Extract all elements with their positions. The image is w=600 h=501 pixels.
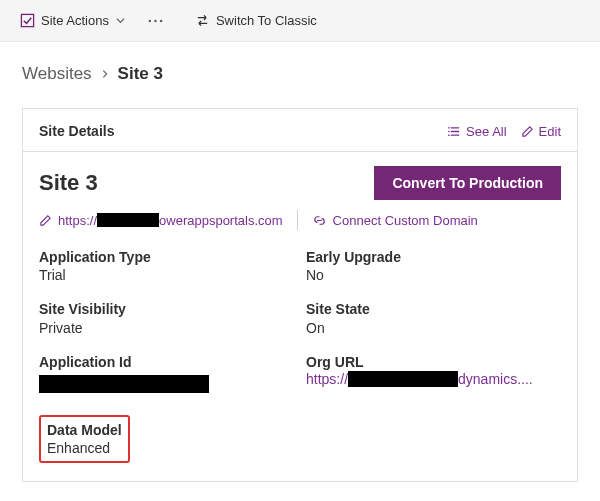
svg-rect-0 (21, 14, 33, 26)
field-value: Enhanced (47, 439, 122, 457)
site-url-prefix: https:// (58, 213, 97, 228)
pencil-icon (521, 125, 534, 138)
field-label: Application Type (39, 248, 294, 266)
site-url-value: https://owerappsportals.com (58, 213, 283, 228)
org-url-prefix: https:// (306, 371, 348, 387)
topbar: Site Actions Switch To Classic (0, 0, 600, 42)
edit-label: Edit (539, 124, 561, 139)
checkbox-checked-icon (20, 13, 35, 28)
field-label: Data Model (47, 421, 122, 439)
connect-custom-domain-label: Connect Custom Domain (333, 213, 478, 228)
site-actions-menu[interactable]: Site Actions (14, 9, 132, 32)
card-actions: See All Edit (448, 124, 561, 139)
see-all-button[interactable]: See All (448, 124, 506, 139)
redacted-block (97, 213, 159, 227)
more-horizontal-icon (148, 19, 163, 23)
link-icon (312, 213, 327, 228)
svg-point-5 (448, 130, 450, 132)
site-details-card: Site Details See All Edit Site 3 Convert… (22, 108, 578, 482)
field-label: Early Upgrade (306, 248, 561, 266)
card-body: Site 3 Convert To Production https://owe… (23, 152, 577, 481)
redacted-block (39, 375, 209, 393)
see-all-label: See All (466, 124, 506, 139)
connect-custom-domain-button[interactable]: Connect Custom Domain (312, 213, 478, 228)
field-early-upgrade: Early Upgrade No (306, 248, 561, 284)
details-grid: Application Type Trial Early Upgrade No … (39, 248, 561, 463)
highlight-data-model: Data Model Enhanced (39, 415, 130, 463)
breadcrumb-parent[interactable]: Websites (22, 64, 92, 84)
divider (297, 210, 298, 230)
site-actions-label: Site Actions (41, 13, 109, 28)
breadcrumb: Websites Site 3 (0, 42, 600, 98)
field-label: Site Visibility (39, 300, 294, 318)
url-row: https://owerappsportals.com Connect Cust… (39, 210, 561, 230)
field-value: Private (39, 319, 294, 337)
site-url-edit[interactable]: https://owerappsportals.com (39, 213, 283, 228)
field-application-type: Application Type Trial (39, 248, 294, 284)
pencil-icon (39, 214, 52, 227)
list-icon (448, 125, 461, 138)
field-value: No (306, 266, 561, 284)
svg-point-4 (448, 126, 450, 128)
site-name-heading: Site 3 (39, 170, 98, 196)
svg-point-1 (149, 19, 151, 21)
more-actions-button[interactable] (140, 15, 171, 27)
card-header: Site Details See All Edit (23, 109, 577, 152)
field-site-state: Site State On (306, 300, 561, 336)
breadcrumb-current: Site 3 (118, 64, 163, 84)
site-url-suffix: owerappsportals.com (159, 213, 283, 228)
field-label: Application Id (39, 353, 294, 371)
field-value: On (306, 319, 561, 337)
swap-icon (195, 13, 210, 28)
field-org-url: Org URL https://dynamics.... (306, 353, 561, 393)
svg-point-6 (448, 134, 450, 136)
field-site-visibility: Site Visibility Private (39, 300, 294, 336)
svg-point-3 (160, 19, 162, 21)
chevron-right-icon (100, 66, 110, 82)
field-value: Trial (39, 266, 294, 284)
field-application-id: Application Id (39, 353, 294, 393)
switch-to-classic-label: Switch To Classic (216, 13, 317, 28)
org-url-link[interactable]: https://dynamics.... (306, 371, 561, 387)
switch-to-classic-button[interactable]: Switch To Classic (189, 9, 323, 32)
title-row: Site 3 Convert To Production (39, 166, 561, 200)
chevron-down-icon (115, 15, 126, 26)
edit-button[interactable]: Edit (521, 124, 561, 139)
org-url-suffix: dynamics.... (458, 371, 533, 387)
convert-to-production-button[interactable]: Convert To Production (374, 166, 561, 200)
svg-point-2 (154, 19, 156, 21)
redacted-block (348, 371, 458, 387)
field-label: Org URL (306, 353, 561, 371)
card-title: Site Details (39, 123, 114, 139)
field-label: Site State (306, 300, 561, 318)
